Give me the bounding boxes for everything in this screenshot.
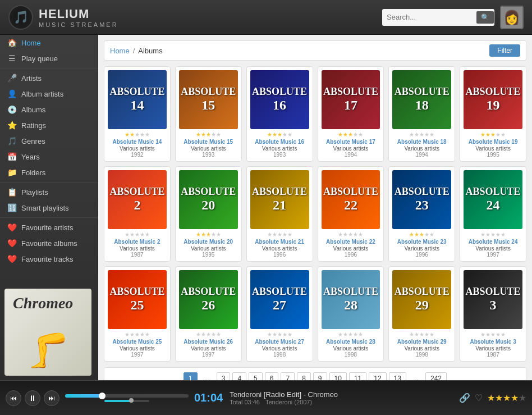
page-button[interactable]: 8 [297, 372, 311, 380]
album-stars: ★★★★★ [322, 231, 380, 238]
album-card[interactable]: ABSOLUTE29 ★★★★★ Absolute Music 29 Vario… [388, 266, 455, 362]
content-area[interactable]: Home / Albums Filter ABSOLUTE14 ★★★★★ Ab… [98, 35, 532, 380]
sidebar-item-ratings[interactable]: ⭐ Ratings [0, 117, 98, 133]
album-year: 1995 [179, 252, 238, 258]
progress-handle[interactable] [99, 393, 106, 399]
album-artist: Various artists [322, 345, 380, 352]
sidebar-label-album-artists: Album artists [21, 90, 63, 98]
album-cover: ABSOLUTE21 [250, 170, 309, 229]
page-button[interactable]: 10 [329, 372, 347, 380]
search-input[interactable] [387, 13, 476, 21]
page-button[interactable]: ... [200, 373, 214, 380]
sidebar-item-genres[interactable]: 🎵 Genres [0, 133, 98, 149]
album-card[interactable]: ABSOLUTE21 ★★★★★ Absolute Music 21 Vario… [246, 166, 313, 262]
sidebar-item-playlists[interactable]: 📋 Playlists [0, 184, 98, 200]
sidebar-item-album-artists[interactable]: 👤 Album artists [0, 86, 98, 102]
album-card[interactable]: ABSOLUTE27 ★★★★★ Absolute Music 27 Vario… [246, 266, 313, 362]
album-card[interactable]: ABSOLUTE14 ★★★★★ Absolute Music 14 Vario… [104, 66, 171, 162]
sidebar-item-favourite-albums[interactable]: ❤️ Favourite albums [0, 235, 98, 251]
page-button[interactable]: 1 [184, 372, 198, 380]
album-stars: ★★★★★ [250, 131, 309, 138]
album-artist: Various artists [392, 345, 451, 352]
album-stars: ★★★★★ [392, 331, 451, 338]
album-year: 1993 [250, 152, 309, 158]
album-card[interactable]: ABSOLUTE2 ★★★★★ Absolute Music 2 Various… [104, 166, 171, 262]
sidebar-item-artists[interactable]: 🎤 Artists [0, 70, 98, 86]
page-button[interactable]: 242 [425, 372, 447, 380]
search-button[interactable]: 🔍 [476, 11, 494, 24]
next-button[interactable]: ⏭ [44, 390, 59, 406]
favourite-albums-icon: ❤️ [7, 239, 17, 248]
avatar[interactable]: 👩 [500, 6, 524, 29]
album-title: Absolute Music 27 [250, 339, 309, 345]
album-cover: ABSOLUTE14 [108, 70, 167, 129]
album-card[interactable]: ABSOLUTE3 ★★★★★ Absolute Music 3 Various… [460, 266, 526, 362]
star-rating[interactable]: ★★★★★ [487, 393, 526, 403]
sidebar-item-home[interactable]: 🏠 Home [0, 35, 98, 51]
page-button[interactable]: 6 [265, 372, 279, 380]
sidebar-now-playing-art: Chromeo 🦵 [0, 284, 98, 380]
album-card[interactable]: ABSOLUTE25 ★★★★★ Absolute Music 25 Vario… [104, 266, 171, 362]
sidebar-label-artists: Artists [21, 74, 42, 83]
sidebar-item-albums[interactable]: 💿 Albums [0, 102, 98, 117]
album-card[interactable]: ABSOLUTE17 ★★★★★ Absolute Music 17 Vario… [318, 66, 384, 162]
page-button[interactable]: 9 [313, 372, 327, 380]
breadcrumb-separator: / [133, 47, 135, 55]
album-stars: ★★★★★ [179, 231, 238, 238]
sidebar-label-favourite-albums: Favourite albums [21, 239, 77, 248]
album-year: 1987 [108, 252, 167, 258]
album-cover: ABSOLUTE2 [108, 170, 167, 229]
album-card[interactable]: ABSOLUTE22 ★★★★★ Absolute Music 22 Vario… [318, 166, 384, 262]
album-year: 1994 [392, 152, 451, 158]
page-button[interactable]: 12 [369, 372, 386, 380]
album-card[interactable]: ABSOLUTE26 ★★★★★ Absolute Music 26 Vario… [175, 266, 242, 362]
filter-button[interactable]: Filter [489, 44, 520, 57]
album-card[interactable]: ABSOLUTE20 ★★★★★ Absolute Music 20 Vario… [175, 166, 242, 262]
progress-bar[interactable] [65, 394, 189, 398]
album-card[interactable]: ABSOLUTE28 ★★★★★ Absolute Music 28 Vario… [318, 266, 384, 362]
album-card[interactable]: ABSOLUTE16 ★★★★★ Absolute Music 16 Vario… [246, 66, 313, 162]
sidebar-item-favourite-artists[interactable]: ❤️ Favourite artists [0, 220, 98, 235]
page-button[interactable]: 7 [281, 372, 295, 380]
page-button[interactable]: 4 [232, 372, 246, 380]
album-stars: ★★★★★ [464, 131, 522, 138]
page-button[interactable]: 3 [217, 372, 231, 380]
album-stars: ★★★★★ [179, 131, 238, 138]
sidebar-label-home: Home [21, 39, 41, 47]
album-year: 1998 [250, 352, 309, 358]
page-button[interactable]: 11 [349, 372, 366, 380]
prev-button[interactable]: ⏮ [6, 390, 21, 406]
album-card[interactable]: ABSOLUTE15 ★★★★★ Absolute Music 15 Vario… [175, 66, 242, 162]
sidebar-item-years[interactable]: 📅 Years [0, 149, 98, 165]
album-card[interactable]: ABSOLUTE19 ★★★★★ Absolute Music 19 Vario… [460, 66, 526, 162]
album-title: Absolute Music 26 [179, 339, 238, 345]
pause-button[interactable]: ⏸ [25, 390, 40, 406]
album-title: Absolute Music 16 [250, 139, 309, 145]
share-icon[interactable]: 🔗 [459, 393, 470, 403]
album-card[interactable]: ABSOLUTE18 ★★★★★ Absolute Music 18 Vario… [388, 66, 455, 162]
sidebar-item-smart-playlists[interactable]: 🔢 Smart playlists [0, 200, 98, 216]
album-card[interactable]: ABSOLUTE23 ★★★★★ Absolute Music 23 Vario… [388, 166, 455, 262]
page-button[interactable]: 5 [249, 372, 263, 380]
page-button[interactable]: 13 [389, 372, 406, 380]
sidebar-item-folders[interactable]: 📁 Folders [0, 165, 98, 180]
volume-handle[interactable] [129, 398, 134, 403]
smart-playlists-icon: 🔢 [7, 203, 17, 212]
album-card[interactable]: ABSOLUTE24 ★★★★★ Absolute Music 24 Vario… [460, 166, 526, 262]
album-year: 1997 [464, 252, 522, 258]
main-layout: 🏠 Home ☰ Play queue 🎤 Artists 👤 Album ar… [0, 35, 532, 380]
player-controls: ⏮ ⏸ ⏭ [6, 390, 59, 406]
album-cover: ABSOLUTE15 [179, 70, 238, 129]
sidebar-item-favourite-tracks[interactable]: ❤️ Favourite tracks [0, 251, 98, 267]
sidebar-item-play-queue[interactable]: ☰ Play queue [0, 51, 98, 66]
album-title: Absolute Music 23 [392, 239, 451, 245]
heart-icon[interactable]: ♡ [475, 393, 483, 403]
album-stars: ★★★★★ [179, 331, 238, 338]
favourite-artists-icon: ❤️ [7, 223, 17, 232]
album-stars: ★★★★★ [392, 231, 451, 238]
breadcrumb-home[interactable]: Home [110, 47, 130, 55]
volume-bar[interactable] [104, 400, 149, 402]
album-year: 1996 [392, 252, 451, 258]
page-button[interactable]: ... [409, 373, 423, 380]
album-artist: Various artists [179, 345, 238, 352]
